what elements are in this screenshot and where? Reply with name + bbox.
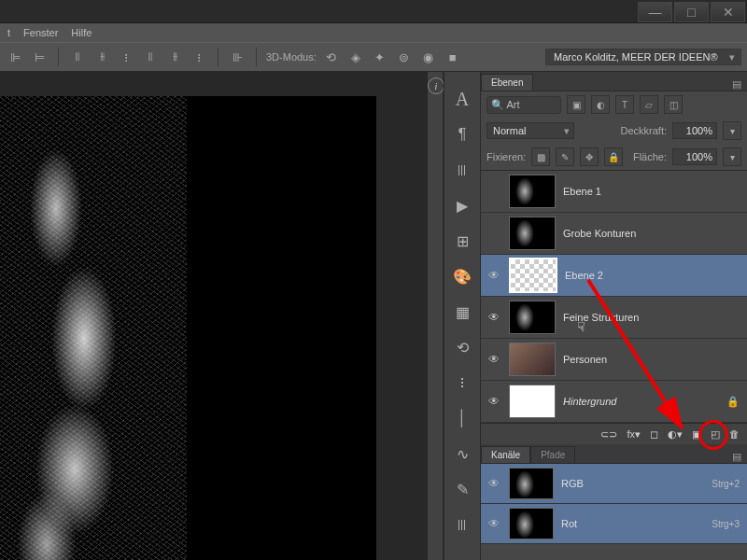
visibility-icon[interactable]: 👁 <box>488 395 501 408</box>
layer-row[interactable]: 👁 Ebene 2 <box>481 255 747 297</box>
tab-pfade[interactable]: Pfade <box>530 446 575 463</box>
palette-icon[interactable]: 🎨 <box>450 264 474 288</box>
3d-icon[interactable]: ◈ <box>346 48 365 66</box>
lock-transparency-icon[interactable]: ▩ <box>531 147 550 166</box>
filter-type-icon[interactable]: T <box>615 95 634 114</box>
3d-icon[interactable]: ⊚ <box>395 48 414 66</box>
visibility-icon[interactable] <box>488 227 501 240</box>
tab-ebenen[interactable]: Ebenen <box>481 74 533 91</box>
menu-hilfe[interactable]: Hilfe <box>71 27 92 38</box>
layer-name[interactable]: Feine Strukturen <box>563 312 639 323</box>
tool-icon[interactable]: ∿ <box>450 441 474 466</box>
tool-icon[interactable]: A <box>450 87 474 111</box>
layer-thumbnail[interactable] <box>509 175 556 208</box>
vertical-tool-dock: A ¶ ⫼ ▶ ⊞ 🎨 ▦ ⟲ ⫶ │ ∿ ✎ ⫼ <box>444 72 481 560</box>
chevron-down-icon[interactable]: ▾ <box>723 121 741 140</box>
maximize-button[interactable]: □ <box>674 2 709 22</box>
layer-name[interactable]: Ebene 2 <box>565 270 603 281</box>
lock-all-icon[interactable]: 🔒 <box>604 147 623 166</box>
layer-thumbnail[interactable] <box>509 343 556 376</box>
filter-smart-icon[interactable]: ◫ <box>664 95 683 114</box>
fill-input[interactable]: 100% <box>672 148 717 165</box>
collapsed-panel[interactable]: i <box>428 72 444 560</box>
user-dropdown[interactable]: Marco Kolditz, MEER DER IDEEN® <box>545 49 741 65</box>
blend-mode-dropdown[interactable]: Normal <box>486 122 574 139</box>
mode-label: 3D-Modus: <box>266 51 317 63</box>
layer-thumbnail[interactable] <box>509 385 556 418</box>
visibility-icon[interactable]: 👁 <box>488 517 501 530</box>
sync-icon[interactable]: ⟲ <box>450 335 474 359</box>
layer-row[interactable]: 👁 Hintergrund 🔒 <box>481 381 747 423</box>
channel-thumbnail[interactable] <box>509 468 554 499</box>
align-icon[interactable]: ⊨ <box>30 48 49 66</box>
lock-label: Fixieren: <box>486 151 526 162</box>
tool-icon[interactable]: ¶ <box>450 122 474 147</box>
mask-icon[interactable]: ◻ <box>650 428 658 441</box>
channel-thumbnail[interactable] <box>509 508 554 539</box>
visibility-icon[interactable]: 👁 <box>488 311 501 324</box>
menu-item[interactable]: t <box>7 27 10 38</box>
layer-filter-search[interactable]: 🔍 Art <box>486 96 561 114</box>
distribute-icon[interactable]: ⫵ <box>165 48 184 66</box>
filter-shape-icon[interactable]: ▱ <box>640 95 658 114</box>
distribute-icon[interactable]: ⫶ <box>117 48 135 66</box>
lock-brush-icon[interactable]: ✎ <box>556 147 574 166</box>
close-button[interactable]: ✕ <box>711 2 745 22</box>
layer-row[interactable]: Grobe Konturen <box>481 213 747 255</box>
layer-thumbnail[interactable] <box>509 301 556 334</box>
layer-row[interactable]: 👁 Personen <box>481 339 747 381</box>
chevron-down-icon[interactable]: ▾ <box>723 147 741 166</box>
canvas-area[interactable] <box>0 72 428 560</box>
tool-icon[interactable]: ⫼ <box>450 512 474 537</box>
new-layer-icon[interactable]: ◰ <box>711 428 720 441</box>
filter-image-icon[interactable]: ▣ <box>567 95 585 114</box>
minimize-button[interactable]: — <box>638 2 672 22</box>
distribute-icon[interactable]: ⫴ <box>141 48 160 66</box>
filter-adjust-icon[interactable]: ◐ <box>591 95 610 114</box>
canvas[interactable] <box>0 96 376 560</box>
lock-icon[interactable]: 🔒 <box>726 396 740 408</box>
brush-icon[interactable]: ✎ <box>450 477 474 501</box>
3d-orbit-icon[interactable]: ⟲ <box>322 48 341 66</box>
tool-icon[interactable]: │ <box>450 406 474 430</box>
visibility-icon[interactable]: 👁 <box>488 269 501 282</box>
play-icon[interactable]: ▶ <box>450 193 474 217</box>
distribute-icon[interactable]: ⫶ <box>190 48 208 66</box>
layer-name[interactable]: Ebene 1 <box>563 186 601 197</box>
tool-icon[interactable]: ⫶ <box>450 371 474 395</box>
layer-name[interactable]: Grobe Konturen <box>563 228 636 239</box>
adjustment-icon[interactable]: ◐▾ <box>668 428 683 441</box>
layer-row[interactable]: 👁 Feine Strukturen <box>481 297 747 339</box>
layer-name[interactable]: Hintergrund <box>563 396 616 407</box>
swatches-icon[interactable]: ▦ <box>450 300 474 324</box>
3d-icon[interactable]: ■ <box>444 48 462 66</box>
layers-bottom-bar: ⊂⊃ fx▾ ◻ ◐▾ ▣ ◰ 🗑 <box>481 423 747 444</box>
tool-icon[interactable]: ⊞ <box>450 229 474 253</box>
visibility-icon[interactable]: 👁 <box>488 353 501 366</box>
layer-thumbnail[interactable] <box>509 217 556 250</box>
layer-row[interactable]: Ebene 1 <box>481 171 747 213</box>
distribute-icon[interactable]: ⫵ <box>92 48 111 66</box>
fx-icon[interactable]: fx▾ <box>627 428 641 441</box>
tab-kanaele[interactable]: Kanäle <box>481 446 530 463</box>
tool-icon[interactable]: ⫼ <box>450 158 474 182</box>
panel-menu-icon[interactable]: ▤ <box>726 78 747 91</box>
trash-icon[interactable]: 🗑 <box>729 428 740 440</box>
visibility-icon[interactable] <box>488 185 501 198</box>
menu-fenster[interactable]: Fenster <box>23 27 58 38</box>
group-icon[interactable]: ▣ <box>692 428 701 441</box>
channel-row[interactable]: 👁 Rot Strg+3 <box>481 504 747 544</box>
link-icon[interactable]: ⊂⊃ <box>600 428 617 441</box>
layer-thumbnail[interactable] <box>509 258 557 293</box>
channel-row[interactable]: 👁 RGB Strg+2 <box>481 464 747 504</box>
distribute-icon[interactable]: ⫴ <box>68 48 87 66</box>
distribute-icon[interactable]: ⊪ <box>228 48 247 66</box>
visibility-icon[interactable]: 👁 <box>488 477 501 490</box>
panel-menu-icon[interactable]: ▤ <box>726 451 747 463</box>
layer-name[interactable]: Personen <box>563 354 607 365</box>
align-icon[interactable]: ⊫ <box>6 48 24 66</box>
3d-icon[interactable]: ✦ <box>371 48 389 66</box>
opacity-input[interactable]: 100% <box>672 122 717 139</box>
lock-move-icon[interactable]: ✥ <box>580 147 599 166</box>
3d-icon[interactable]: ◉ <box>419 48 438 66</box>
